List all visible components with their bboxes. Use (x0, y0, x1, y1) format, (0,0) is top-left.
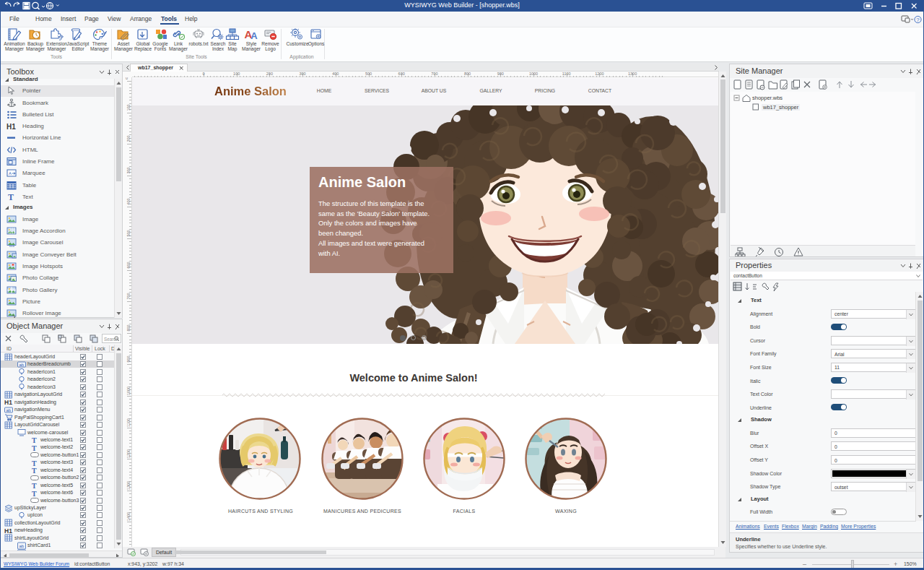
svg-text:T: T (8, 192, 14, 202)
svg-text:A: A (250, 30, 258, 41)
svg-text:T: T (32, 459, 37, 467)
svg-text:H1: H1 (6, 123, 16, 131)
svg-text:T: T (32, 444, 37, 452)
svg-text:A: A (9, 171, 12, 176)
svg-text:ab: ab (19, 544, 25, 548)
svg-text:T: T (32, 489, 37, 497)
svg-text:T: T (32, 436, 37, 444)
svg-text:?: ? (916, 17, 920, 23)
svg-text:T: T (32, 482, 37, 490)
svg-text:ab: ab (19, 363, 25, 367)
svg-text:ab: ab (6, 408, 12, 413)
svg-text:T: T (32, 467, 37, 475)
